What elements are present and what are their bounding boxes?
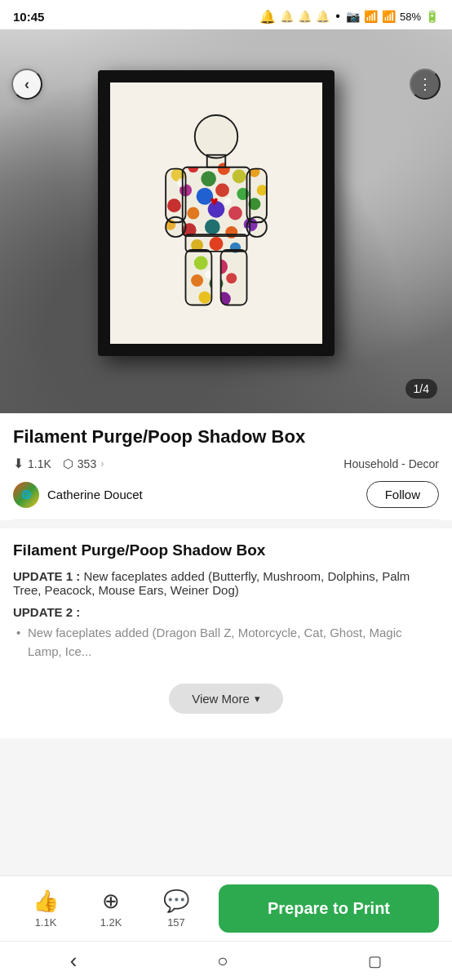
- svg-point-23: [167, 198, 181, 212]
- downloads-count: 1.1K: [28, 457, 51, 470]
- status-time: 10:45: [13, 10, 44, 24]
- like-action[interactable]: 👍 1.1K: [13, 889, 78, 929]
- category-tag: Household - Decor: [343, 457, 439, 470]
- more-options-button[interactable]: ⋮: [410, 69, 441, 100]
- svg-point-16: [233, 170, 246, 184]
- author-row: 🌐 Catherine Doucet Follow: [13, 481, 439, 520]
- author-avatar: 🌐: [13, 482, 39, 508]
- more-icon: ⋮: [418, 75, 433, 93]
- follow-button[interactable]: Follow: [366, 481, 439, 508]
- svg-point-15: [218, 163, 230, 175]
- bottom-toolbar: 👍 1.1K ⊕ 1.2K 💬 157 Prepare to Print: [0, 875, 452, 941]
- view-more-label: View More: [192, 692, 250, 706]
- nav-home-button[interactable]: ○: [197, 944, 247, 978]
- view-more-button[interactable]: View More ▾: [169, 684, 283, 714]
- downloads-meta: ⬇ 1.1K: [13, 456, 51, 471]
- collect-icon: ⊕: [102, 889, 120, 914]
- like-icon: 👍: [33, 889, 59, 914]
- svg-point-26: [228, 207, 242, 220]
- lego-figure-svg: ♥: [155, 111, 277, 315]
- meta-left: ⬇ 1.1K ⬡ 353 ›: [13, 456, 104, 471]
- update2-label: UPDATE 2 :: [13, 605, 439, 619]
- makes-meta: ⬡ 353 ›: [63, 457, 104, 471]
- author-name: Catherine Doucet: [47, 488, 143, 501]
- product-info: Filament Purge/Poop Shadow Box ⬇ 1.1K ⬡ …: [0, 413, 452, 520]
- makes-chevron: ›: [100, 457, 104, 470]
- status-bar: 10:45 🔔 🔔 🔔 🔔 • 📷 📶 📶 58% 🔋: [0, 0, 452, 29]
- likes-count: 1.1K: [35, 916, 57, 929]
- svg-point-36: [194, 256, 208, 270]
- system-nav-bar: ‹ ○ ▢: [0, 941, 452, 980]
- prepare-to-print-button[interactable]: Prepare to Print: [219, 884, 439, 933]
- signal-icon: 📶: [382, 10, 396, 23]
- makes-icon: ⬡: [63, 457, 73, 471]
- svg-point-22: [257, 185, 268, 195]
- dot-separator: •: [335, 9, 340, 24]
- avatar-initials: 🌐: [21, 490, 31, 499]
- collect-action[interactable]: ⊕ 1.2K: [78, 889, 144, 929]
- shadow-box-inner: ♥: [110, 82, 322, 344]
- product-title: Filament Purge/Poop Shadow Box: [13, 426, 439, 448]
- notification-icon-2: 🔔: [280, 10, 294, 23]
- svg-point-24: [187, 207, 199, 220]
- comment-icon: 💬: [163, 889, 189, 914]
- notification-icon-1: 🔔: [259, 9, 276, 24]
- collections-count: 1.2K: [100, 916, 122, 929]
- update1-block: UPDATE 1 : New faceplates added (Butterf…: [13, 569, 439, 597]
- hero-image: ♥ ‹ ⋮ 1/4: [0, 29, 452, 413]
- svg-point-40: [226, 273, 237, 283]
- battery-indicator: 58%: [400, 11, 421, 23]
- download-icon: ⬇: [13, 456, 24, 471]
- update1-label: UPDATE 1 : New faceplates added (Butterf…: [13, 569, 439, 597]
- update2-list-item: New faceplates added (Dragon Ball Z, Mot…: [13, 624, 439, 661]
- makes-count: 353: [78, 457, 96, 470]
- nav-recent-button[interactable]: ▢: [348, 946, 401, 977]
- screen-icon: 📷: [346, 10, 360, 23]
- svg-point-14: [201, 171, 216, 186]
- back-button[interactable]: ‹: [11, 69, 42, 100]
- svg-point-38: [191, 274, 203, 287]
- comment-action[interactable]: 💬 157: [144, 889, 209, 929]
- svg-point-30: [205, 220, 220, 235]
- nav-back-button[interactable]: ‹: [51, 942, 97, 980]
- comments-count: 157: [167, 916, 185, 929]
- svg-point-44: [224, 198, 231, 205]
- svg-point-41: [198, 292, 210, 304]
- wifi-icon: 📶: [364, 10, 378, 23]
- svg-point-34: [210, 237, 224, 251]
- desc-title: Filament Purge/Poop Shadow Box: [13, 541, 439, 559]
- description-section: Filament Purge/Poop Shadow Box UPDATE 1 …: [0, 528, 452, 738]
- author-info: 🌐 Catherine Doucet: [13, 482, 143, 508]
- status-icons: 🔔 🔔 🔔 🔔 • 📷 📶 📶 58% 🔋: [259, 9, 439, 24]
- back-icon: ‹: [24, 76, 29, 93]
- notification-icon-3: 🔔: [298, 10, 312, 23]
- update2-list: New faceplates added (Dragon Ball Z, Mot…: [13, 624, 439, 661]
- shadow-box: ♥: [98, 70, 335, 356]
- battery-icon: 🔋: [425, 10, 439, 23]
- svg-text:♥: ♥: [210, 194, 219, 209]
- update2-block: UPDATE 2 : New faceplates added (Dragon …: [13, 605, 439, 661]
- meta-row: ⬇ 1.1K ⬡ 353 › Household - Decor: [13, 456, 439, 471]
- chevron-down-icon: ▾: [255, 693, 260, 705]
- image-counter: 1/4: [405, 379, 437, 399]
- notification-icon-4: 🔔: [316, 10, 330, 23]
